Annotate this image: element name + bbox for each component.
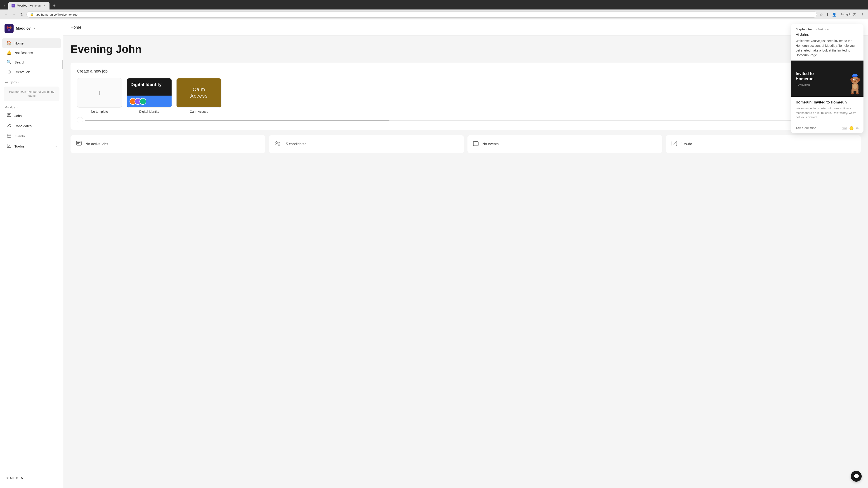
- back-button[interactable]: ←: [3, 11, 9, 18]
- create-job-section: Create a new job + No template Digital I…: [70, 63, 861, 130]
- sidebar-item-create-job[interactable]: ⊕ Create job: [2, 67, 61, 77]
- app-container: Moodjoy ▾ 🏠 Home 🔔 Notifications 🔍 Searc…: [0, 20, 868, 488]
- notification-banner: Invited to Homerun. HOMERUN: [791, 61, 864, 97]
- events-stat-text: No events: [483, 142, 499, 146]
- template-label-digital-identity: Digital Identity: [127, 110, 172, 113]
- calm-access-text: CalmAccess: [190, 86, 208, 99]
- forward-button[interactable]: →: [11, 11, 17, 18]
- stat-card-todos: 1 to-do: [666, 135, 861, 153]
- menu-button[interactable]: ⋮: [860, 11, 865, 18]
- notification-footer: ⌨ 🙂 ✏: [791, 123, 864, 133]
- banner-homerun-logo: HOMERUN: [796, 84, 839, 86]
- sidebar-item-home[interactable]: 🏠 Home: [2, 38, 61, 48]
- svg-rect-9: [7, 134, 11, 137]
- homerun-logo: HOMERUN: [4, 477, 59, 480]
- sidebar-item-notifications[interactable]: 🔔 Notifications: [2, 48, 61, 57]
- notifications-label: Notifications: [14, 51, 33, 55]
- sidebar-item-candidates[interactable]: Candidates: [2, 121, 61, 131]
- template-card-no-template[interactable]: + No template: [77, 78, 122, 113]
- notification-popup: Stephen fro… • Just now Hi John, Welcome…: [791, 24, 864, 133]
- sidebar-item-todos[interactable]: To-dos ▾: [2, 141, 61, 151]
- new-tab-button[interactable]: +: [51, 2, 57, 9]
- di-avatars-bar: [127, 96, 172, 107]
- footer-icons: ⌨ 🙂 ✏: [842, 126, 859, 130]
- scroll-thumb: [85, 120, 390, 121]
- template-card-digital-identity[interactable]: Digital Identity Digital Identity: [127, 78, 172, 113]
- no-hiring-teams-message: You are not a member of any hiring teams: [4, 87, 59, 101]
- active-tab[interactable]: M Moodjoy · Homerun ✕: [8, 2, 50, 9]
- chat-bubble-button[interactable]: 💬: [851, 471, 862, 482]
- template-thumb-digital-identity: Digital Identity: [127, 78, 172, 107]
- di-title: Digital Identity: [130, 82, 162, 87]
- scroll-left-button[interactable]: ‹: [77, 117, 83, 123]
- banner-invited-text: Invited to Homerun.: [796, 71, 839, 82]
- notification-body: Welcome! You've just been invited to the…: [796, 39, 859, 58]
- notification-header: Stephen fro… • Just now Hi John, Welcome…: [791, 24, 864, 61]
- tab-bar: ‹ M Moodjoy · Homerun ✕ +: [3, 2, 865, 9]
- template-label-no-template: No template: [77, 110, 122, 113]
- scroll-track: [85, 120, 846, 121]
- stat-card-candidates: 15 candidates: [269, 135, 464, 153]
- stats-row: No active jobs 15 candidates No events: [70, 135, 861, 153]
- edit-icon[interactable]: ✏: [856, 126, 859, 130]
- banner-left: Invited to Homerun. HOMERUN: [791, 61, 843, 97]
- svg-point-8: [10, 124, 11, 125]
- svg-point-36: [855, 80, 856, 82]
- address-bar[interactable]: 🔒 app.homerun.co/?welcome=true: [26, 11, 817, 18]
- svg-rect-5: [8, 114, 10, 115]
- incognito-button[interactable]: Incognito (2): [839, 12, 859, 17]
- notifications-icon: 🔔: [6, 50, 12, 55]
- template-scroll-area: ‹ ›: [77, 117, 855, 123]
- svg-rect-40: [857, 89, 859, 93]
- article-body: We know getting started with new softwar…: [796, 106, 859, 120]
- article-title: Homerun: Invited to Homerun: [796, 100, 859, 104]
- url-display: app.homerun.co/?welcome=true: [35, 13, 813, 16]
- stat-card-events: No events: [467, 135, 662, 153]
- stat-card-active-jobs: No active jobs: [70, 135, 266, 153]
- browser-toolbar: ← → ↻ 🔒 app.homerun.co/?welcome=true ☆ ⬇…: [0, 9, 868, 20]
- todos-collapse-icon: ▾: [55, 145, 57, 148]
- todos-stat-icon: [671, 140, 677, 148]
- keyboard-icon[interactable]: ⌨: [842, 126, 847, 130]
- tab-nav-prev[interactable]: ‹: [3, 3, 6, 8]
- emoji-icon[interactable]: 🙂: [849, 126, 854, 130]
- ask-question-input[interactable]: [796, 126, 842, 130]
- search-icon: 🔍: [6, 60, 12, 65]
- candidates-icon: [6, 123, 12, 129]
- download-button[interactable]: ⬇: [825, 11, 830, 18]
- tab-close-button[interactable]: ✕: [42, 4, 46, 8]
- create-job-label: Create job: [14, 70, 30, 74]
- template-card-calm-access[interactable]: CalmAccess Calm Access: [176, 78, 221, 113]
- greeting-text: Evening John: [70, 43, 861, 55]
- main-area: Home Invite Evening John Create a new jo…: [63, 20, 868, 488]
- di-avatar-3: [140, 98, 146, 105]
- active-jobs-icon: [76, 140, 82, 148]
- events-stat-icon: [473, 140, 479, 148]
- reload-button[interactable]: ↻: [19, 11, 25, 18]
- profile-button[interactable]: 👤: [831, 11, 837, 18]
- svg-rect-23: [672, 141, 677, 146]
- browser-chrome: ‹ M Moodjoy · Homerun ✕ +: [0, 0, 868, 9]
- svg-point-38: [853, 84, 857, 89]
- template-thumb-calm-access: CalmAccess: [176, 78, 221, 107]
- bookmark-button[interactable]: ☆: [819, 11, 824, 18]
- sidebar-item-events[interactable]: Events: [2, 131, 61, 141]
- moodjoy-section: Moodjoy ▾: [0, 102, 63, 111]
- svg-point-18: [278, 142, 280, 143]
- svg-rect-14: [76, 141, 81, 145]
- page-title: Home: [70, 25, 81, 30]
- svg-point-34: [854, 79, 854, 79]
- banner-mascot: [843, 61, 864, 97]
- create-job-icon: ⊕: [6, 69, 12, 74]
- sidebar-item-search[interactable]: 🔍 Search: [2, 57, 61, 67]
- events-label: Events: [14, 134, 25, 138]
- brand-area: Moodjoy ▾: [0, 24, 63, 38]
- your-jobs-section: Your jobs ▾: [0, 77, 63, 86]
- svg-rect-16: [77, 143, 79, 144]
- sidebar-item-jobs[interactable]: Jobs: [2, 111, 61, 121]
- events-icon: [6, 133, 12, 139]
- jobs-icon: [6, 113, 12, 119]
- sidebar-scrollbar[interactable]: [62, 60, 63, 69]
- brand-avatar: [4, 24, 13, 33]
- main-content: Evening John Create a new job + No templ…: [63, 36, 868, 488]
